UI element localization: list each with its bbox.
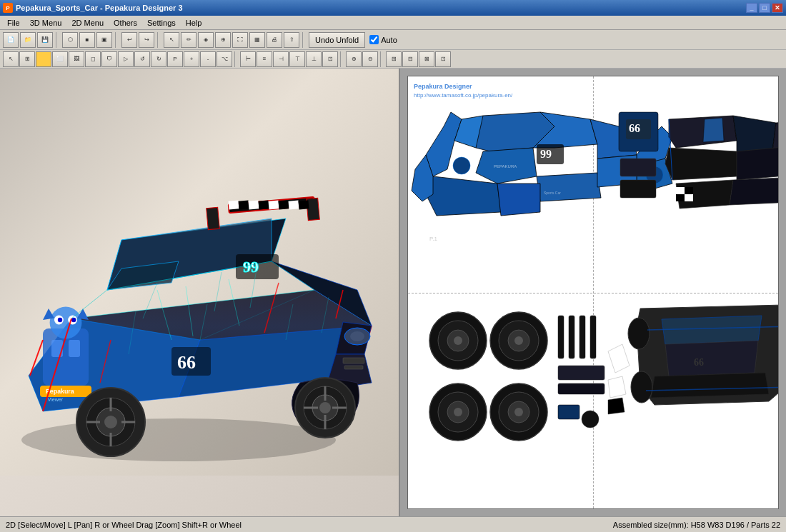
- 3d-wire-button[interactable]: ⬡: [62, 32, 78, 48]
- menu-help[interactable]: Help: [181, 17, 207, 29]
- statusbar-right: Assembled size(mm): H58 W83 D196 / Parts…: [613, 521, 780, 529]
- svg-text:Sports Car: Sports Car: [544, 191, 561, 195]
- select2d-button[interactable]: ↖: [3, 51, 19, 67]
- new-button[interactable]: 📄: [3, 32, 19, 48]
- print-tool[interactable]: 🖨: [267, 32, 282, 48]
- join-tool[interactable]: ⊕: [215, 32, 231, 48]
- svg-point-57: [350, 331, 364, 341]
- 3d-view[interactable]: 99 66 Pepaku: [0, 69, 400, 516]
- svg-point-99: [453, 157, 470, 174]
- expand-tool[interactable]: ⛶: [232, 32, 248, 48]
- minimize-button[interactable]: _: [746, 3, 757, 13]
- svg-text:Viewer: Viewer: [47, 396, 63, 403]
- arrange[interactable]: ⊡: [322, 51, 338, 67]
- auto-checkbox[interactable]: [369, 35, 379, 44]
- toolbar1: 📄 📁 💾 ⬡ ■ ▣ ↩ ↪ ↖ ✏ ◈ ⊕ ⛶ ▦ 🖨 ⇧ Undo Unf…: [0, 30, 786, 50]
- svg-marker-149: [608, 376, 626, 398]
- view-fit3d[interactable]: ⊞: [386, 51, 402, 67]
- select3[interactable]: ⌥: [217, 51, 232, 67]
- wire-btn2[interactable]: ⛉: [101, 51, 117, 67]
- view-top[interactable]: ⊠: [419, 51, 434, 67]
- show-img[interactable]: 🖼: [69, 51, 84, 67]
- titlebar-title: Pepakura_Sports_Car - Pepakura Designer …: [16, 4, 183, 12]
- svg-marker-116: [730, 176, 778, 205]
- undo-button[interactable]: ↩: [121, 32, 137, 48]
- svg-rect-14: [249, 200, 259, 209]
- menubar: File 3D Menu 2D Menu Others Settings Hel…: [0, 16, 786, 30]
- open-button[interactable]: 📁: [20, 32, 36, 48]
- split2d[interactable]: ⊖: [362, 51, 378, 67]
- svg-rect-13: [239, 200, 249, 209]
- paper-sheet: Pepakura Designer http://www.tamasoft.co…: [407, 76, 779, 509]
- svg-rect-146: [558, 383, 605, 394]
- rot-left[interactable]: ↺: [134, 51, 150, 67]
- menu-3d[interactable]: 3D Menu: [26, 17, 66, 29]
- rot-right[interactable]: ↻: [151, 51, 166, 67]
- align-left[interactable]: ⊢: [240, 51, 256, 67]
- auto-checkbox-container[interactable]: Auto: [369, 35, 397, 44]
- view-side[interactable]: ⊡: [435, 51, 451, 67]
- svg-rect-15: [259, 200, 269, 209]
- svg-rect-122: [685, 187, 693, 194]
- svg-marker-111: [665, 148, 737, 180]
- align-bottom[interactable]: ⊥: [306, 51, 322, 67]
- 2d-view[interactable]: Pepakura Designer http://www.tamasoft.co…: [400, 69, 786, 516]
- join2d[interactable]: ⊕: [346, 51, 362, 67]
- anim-btn[interactable]: ▷: [118, 51, 134, 67]
- svg-point-132: [514, 336, 523, 345]
- svg-text:99: 99: [540, 148, 552, 160]
- svg-text:P.1: P.1: [429, 236, 438, 242]
- svg-marker-156: [665, 341, 758, 376]
- sep6: [340, 51, 344, 67]
- svg-point-140: [514, 408, 523, 416]
- color-fill[interactable]: [36, 51, 51, 67]
- svg-rect-144: [590, 316, 596, 358]
- svg-point-158: [628, 318, 650, 349]
- grid-tool[interactable]: ▦: [249, 32, 265, 48]
- tab-toggle[interactable]: ⊞: [19, 51, 35, 67]
- redo-button[interactable]: ↪: [139, 32, 154, 48]
- align-right[interactable]: ⊣: [273, 51, 289, 67]
- titlebar-left: P Pepakura_Sports_Car - Pepakura Designe…: [3, 3, 183, 13]
- 3d-solid-button[interactable]: ■: [79, 32, 95, 48]
- paint-tool[interactable]: ✏: [181, 32, 196, 48]
- export-tool[interactable]: ⇧: [284, 32, 299, 48]
- maximize-button[interactable]: □: [759, 3, 770, 13]
- 3d-texture-button[interactable]: ▣: [96, 32, 112, 48]
- select-tool[interactable]: ↖: [164, 32, 179, 48]
- svg-text:PEPAKURA: PEPAKURA: [494, 164, 517, 169]
- fit2[interactable]: -: [200, 51, 216, 67]
- distribute[interactable]: ⊤: [289, 51, 305, 67]
- svg-rect-121: [676, 187, 685, 194]
- svg-marker-120: [703, 118, 724, 142]
- close-button[interactable]: ✕: [772, 3, 783, 13]
- svg-rect-17: [279, 200, 289, 209]
- align-center[interactable]: ≡: [257, 51, 272, 67]
- svg-rect-141: [558, 316, 564, 358]
- statusbar-left: 2D [Select/Move] L [Pan] R or Wheel Drag…: [6, 521, 242, 529]
- menu-others[interactable]: Others: [109, 17, 141, 29]
- svg-rect-18: [289, 200, 299, 209]
- menu-2d[interactable]: 2D Menu: [67, 17, 108, 29]
- show-2d3d[interactable]: ⬜: [52, 51, 68, 67]
- view-front[interactable]: ⊟: [402, 51, 418, 67]
- svg-point-152: [582, 411, 599, 428]
- fold-tool[interactable]: ◈: [198, 32, 214, 48]
- titlebar-controls[interactable]: _ □ ✕: [746, 3, 783, 13]
- zoom-out2[interactable]: +: [184, 51, 199, 67]
- svg-rect-142: [569, 316, 574, 358]
- svg-marker-108: [669, 116, 737, 148]
- menu-file[interactable]: File: [3, 17, 24, 29]
- svg-point-1: [21, 418, 336, 461]
- svg-rect-60: [344, 366, 363, 369]
- sep5: [234, 51, 238, 67]
- svg-rect-117: [620, 159, 656, 176]
- svg-text:99: 99: [243, 258, 259, 276]
- undo-unfold-button[interactable]: Undo Unfold: [309, 32, 365, 48]
- show-3d-btn[interactable]: ◻: [85, 51, 101, 67]
- menu-settings[interactable]: Settings: [143, 17, 180, 29]
- save-button[interactable]: 💾: [37, 32, 53, 48]
- svg-point-25: [50, 307, 82, 339]
- svg-rect-19: [299, 200, 309, 209]
- zoom-in2[interactable]: P: [167, 51, 183, 67]
